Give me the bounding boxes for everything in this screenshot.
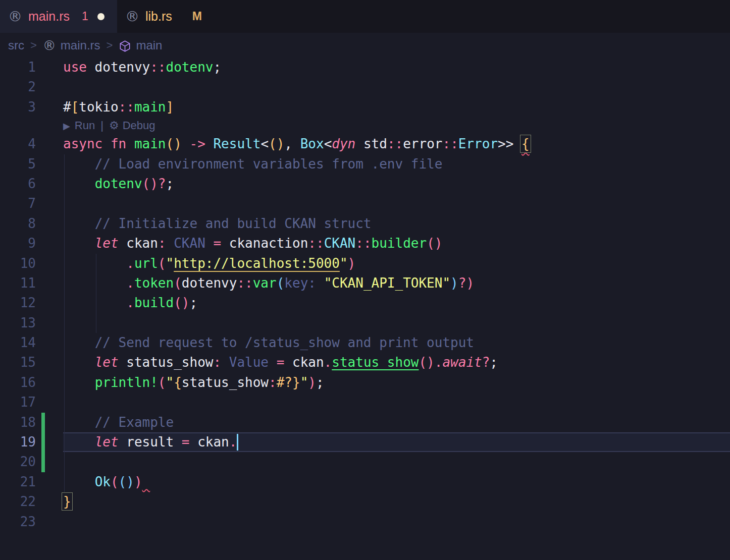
line-number[interactable]: 2 xyxy=(0,77,36,97)
line-number[interactable]: 21 xyxy=(0,472,36,492)
line-number[interactable]: 16 xyxy=(0,373,36,393)
code-token xyxy=(63,375,95,390)
line-number[interactable]: 14 xyxy=(0,333,36,353)
line-number[interactable]: 13 xyxy=(0,313,36,333)
tab-main.rs[interactable]: ®main.rs1 xyxy=(0,0,117,33)
codelens-debug-link[interactable]: Debug xyxy=(123,119,155,132)
code-line[interactable]: 21 Ok(()) xyxy=(0,472,730,492)
code-token: ) xyxy=(348,256,356,271)
code-token: . xyxy=(126,256,134,271)
editor-margin xyxy=(36,134,63,154)
codelens-run-link[interactable]: Run xyxy=(75,119,95,132)
code-line[interactable]: 8 // Initialize and build CKAN struct xyxy=(0,214,730,234)
code-token: tokio xyxy=(79,99,118,115)
code-token: Box xyxy=(300,136,324,151)
editor-margin xyxy=(36,194,63,213)
code-token: status_show xyxy=(332,355,419,370)
line-number[interactable]: 7 xyxy=(0,194,36,213)
editor-margin xyxy=(36,97,63,117)
code-token: main xyxy=(134,136,166,151)
code-line[interactable]: 22} xyxy=(0,492,730,512)
editor-margin xyxy=(36,472,63,492)
code-line[interactable]: 2 xyxy=(0,77,730,97)
code-token: ) xyxy=(134,474,142,489)
line-content: use dotenvy::dotenv; xyxy=(63,58,730,77)
line-number[interactable]: 11 xyxy=(0,273,36,293)
codelens-row: ▶Run|⚙Debug xyxy=(0,117,730,134)
breadcrumb-item-main.rs[interactable]: main.rs xyxy=(61,38,100,52)
code-token: async xyxy=(63,136,102,151)
editor-margin xyxy=(36,512,63,532)
line-content: } xyxy=(63,492,730,512)
indent-guide xyxy=(64,234,65,253)
line-number[interactable]: 18 xyxy=(0,413,36,432)
code-line[interactable]: 23 xyxy=(0,512,730,532)
line-content: dotenv()?; xyxy=(63,174,730,194)
code-line[interactable]: 14 // Send request to /status_show and p… xyxy=(0,333,730,353)
code-line[interactable]: 10 .url("http://localhost:5000") xyxy=(0,254,730,273)
line-number[interactable]: 1 xyxy=(0,58,36,77)
code-line[interactable]: 7 xyxy=(0,194,730,213)
code-token: . xyxy=(126,275,134,291)
line-number[interactable]: 20 xyxy=(0,452,36,472)
breadcrumb-item-main[interactable]: main xyxy=(136,38,162,52)
tab-label: main.rs xyxy=(28,9,70,24)
line-number[interactable]: 22 xyxy=(0,492,36,512)
modified-dot-icon[interactable] xyxy=(97,13,105,20)
rust-icon: ® xyxy=(8,8,22,25)
line-number[interactable]: 5 xyxy=(0,154,36,174)
line-number[interactable]: 12 xyxy=(0,293,36,313)
code-token: () xyxy=(166,136,182,151)
code-line[interactable]: 3#[tokio::main] xyxy=(0,97,730,117)
line-number[interactable]: 8 xyxy=(0,214,36,234)
code-token: println! xyxy=(95,375,158,390)
code-line[interactable]: 5 // Load environment variables from .en… xyxy=(0,154,730,174)
code-line[interactable]: 17 xyxy=(0,393,730,412)
indent-guide xyxy=(96,313,96,333)
editor-code-area[interactable]: 1use dotenvy::dotenv;23#[tokio::main]▶Ru… xyxy=(0,58,730,532)
editor-margin xyxy=(36,333,63,353)
code-line[interactable]: 6 dotenv()?; xyxy=(0,174,730,194)
line-number[interactable]: 10 xyxy=(0,254,36,273)
code-line[interactable]: 20 xyxy=(0,452,730,472)
debug-gear-icon: ⚙ xyxy=(109,119,119,132)
code-token: dyn xyxy=(332,136,355,151)
code-line[interactable]: 13 xyxy=(0,313,730,333)
code-line[interactable]: 12 .build(); xyxy=(0,293,730,313)
code-token: { xyxy=(174,375,182,390)
breadcrumb-item-src[interactable]: src xyxy=(8,38,24,52)
code-token: dotenvy xyxy=(87,60,150,75)
code-line[interactable]: 18 // Example xyxy=(0,413,730,432)
code-token xyxy=(63,156,95,172)
code-token xyxy=(126,136,134,151)
code-token: ckan xyxy=(119,236,158,251)
line-number[interactable]: 15 xyxy=(0,353,36,372)
code-line[interactable]: 11 .token(dotenvy::var(key: "CKAN_API_TO… xyxy=(0,273,730,293)
code-line[interactable]: 19 let result = ckan. xyxy=(0,432,730,452)
code-line[interactable]: 4async fn main() -> Result<(), Box<dyn s… xyxy=(0,134,730,154)
tab-lib.rs[interactable]: ®lib.rsM xyxy=(117,0,234,33)
line-number[interactable]: 17 xyxy=(0,393,36,412)
code-token: < xyxy=(324,136,332,151)
line-number[interactable]: 23 xyxy=(0,512,36,532)
line-number[interactable]: 4 xyxy=(0,134,36,154)
code-line[interactable]: 16 println!("{status_show:#?}"); xyxy=(0,373,730,393)
indent-guide xyxy=(64,194,65,213)
line-number[interactable]: 3 xyxy=(0,97,36,117)
code-token: dotenv xyxy=(166,60,214,75)
line-number[interactable]: 6 xyxy=(0,174,36,194)
code-token xyxy=(142,474,150,489)
code-token: // Load environment variables from .env … xyxy=(95,156,443,172)
line-number[interactable]: 19 xyxy=(0,432,36,452)
editor-margin xyxy=(36,58,63,77)
line-number[interactable]: 9 xyxy=(0,234,36,253)
code-token: Result xyxy=(213,136,260,151)
code-line[interactable]: 9 let ckan: CKAN = ckanaction::CKAN::bui… xyxy=(0,234,730,253)
code-line[interactable]: 15 let status_show: Value = ckan.status_… xyxy=(0,353,730,372)
code-token: status_show xyxy=(182,375,269,390)
code-token: >> xyxy=(498,136,522,151)
code-line[interactable]: 1use dotenvy::dotenv; xyxy=(0,58,730,77)
code-token: . xyxy=(126,295,134,310)
code-token: // Initialize and build CKAN struct xyxy=(95,216,372,231)
code-token: . xyxy=(324,355,332,370)
